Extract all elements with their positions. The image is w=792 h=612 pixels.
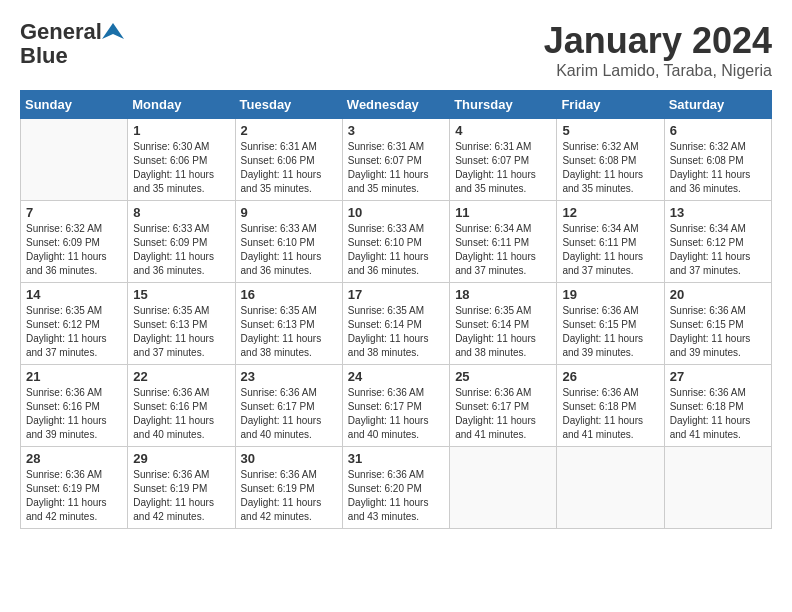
day-cell: 28Sunrise: 6:36 AM Sunset: 6:19 PM Dayli… xyxy=(21,447,128,529)
day-cell: 9Sunrise: 6:33 AM Sunset: 6:10 PM Daylig… xyxy=(235,201,342,283)
day-cell: 1Sunrise: 6:30 AM Sunset: 6:06 PM Daylig… xyxy=(128,119,235,201)
day-cell: 26Sunrise: 6:36 AM Sunset: 6:18 PM Dayli… xyxy=(557,365,664,447)
day-info: Sunrise: 6:36 AM Sunset: 6:17 PM Dayligh… xyxy=(241,386,337,442)
day-cell: 20Sunrise: 6:36 AM Sunset: 6:15 PM Dayli… xyxy=(664,283,771,365)
day-info: Sunrise: 6:36 AM Sunset: 6:18 PM Dayligh… xyxy=(670,386,766,442)
day-info: Sunrise: 6:30 AM Sunset: 6:06 PM Dayligh… xyxy=(133,140,229,196)
day-number: 23 xyxy=(241,369,337,384)
day-number: 13 xyxy=(670,205,766,220)
day-info: Sunrise: 6:36 AM Sunset: 6:19 PM Dayligh… xyxy=(26,468,122,524)
day-info: Sunrise: 6:36 AM Sunset: 6:19 PM Dayligh… xyxy=(241,468,337,524)
day-info: Sunrise: 6:32 AM Sunset: 6:09 PM Dayligh… xyxy=(26,222,122,278)
day-number: 28 xyxy=(26,451,122,466)
col-header-thursday: Thursday xyxy=(450,91,557,119)
day-number: 12 xyxy=(562,205,658,220)
day-cell: 18Sunrise: 6:35 AM Sunset: 6:14 PM Dayli… xyxy=(450,283,557,365)
day-number: 30 xyxy=(241,451,337,466)
day-cell: 13Sunrise: 6:34 AM Sunset: 6:12 PM Dayli… xyxy=(664,201,771,283)
day-cell xyxy=(664,447,771,529)
col-header-sunday: Sunday xyxy=(21,91,128,119)
day-number: 31 xyxy=(348,451,444,466)
day-number: 2 xyxy=(241,123,337,138)
day-number: 27 xyxy=(670,369,766,384)
day-cell xyxy=(450,447,557,529)
day-cell: 16Sunrise: 6:35 AM Sunset: 6:13 PM Dayli… xyxy=(235,283,342,365)
day-info: Sunrise: 6:36 AM Sunset: 6:16 PM Dayligh… xyxy=(133,386,229,442)
col-header-wednesday: Wednesday xyxy=(342,91,449,119)
day-cell: 25Sunrise: 6:36 AM Sunset: 6:17 PM Dayli… xyxy=(450,365,557,447)
day-number: 6 xyxy=(670,123,766,138)
day-number: 21 xyxy=(26,369,122,384)
day-cell xyxy=(557,447,664,529)
day-info: Sunrise: 6:31 AM Sunset: 6:07 PM Dayligh… xyxy=(348,140,444,196)
day-number: 19 xyxy=(562,287,658,302)
day-info: Sunrise: 6:33 AM Sunset: 6:10 PM Dayligh… xyxy=(348,222,444,278)
day-cell: 8Sunrise: 6:33 AM Sunset: 6:09 PM Daylig… xyxy=(128,201,235,283)
title-section: January 2024 Karim Lamido, Taraba, Niger… xyxy=(544,20,772,80)
calendar-header-row: SundayMondayTuesdayWednesdayThursdayFrid… xyxy=(21,91,772,119)
day-cell: 14Sunrise: 6:35 AM Sunset: 6:12 PM Dayli… xyxy=(21,283,128,365)
day-info: Sunrise: 6:35 AM Sunset: 6:13 PM Dayligh… xyxy=(241,304,337,360)
day-cell: 30Sunrise: 6:36 AM Sunset: 6:19 PM Dayli… xyxy=(235,447,342,529)
location-title: Karim Lamido, Taraba, Nigeria xyxy=(544,62,772,80)
calendar-body: 1Sunrise: 6:30 AM Sunset: 6:06 PM Daylig… xyxy=(21,119,772,529)
day-info: Sunrise: 6:32 AM Sunset: 6:08 PM Dayligh… xyxy=(670,140,766,196)
col-header-saturday: Saturday xyxy=(664,91,771,119)
week-row-5: 28Sunrise: 6:36 AM Sunset: 6:19 PM Dayli… xyxy=(21,447,772,529)
day-cell: 2Sunrise: 6:31 AM Sunset: 6:06 PM Daylig… xyxy=(235,119,342,201)
day-cell: 22Sunrise: 6:36 AM Sunset: 6:16 PM Dayli… xyxy=(128,365,235,447)
day-number: 24 xyxy=(348,369,444,384)
day-info: Sunrise: 6:32 AM Sunset: 6:08 PM Dayligh… xyxy=(562,140,658,196)
day-cell: 7Sunrise: 6:32 AM Sunset: 6:09 PM Daylig… xyxy=(21,201,128,283)
day-info: Sunrise: 6:35 AM Sunset: 6:14 PM Dayligh… xyxy=(455,304,551,360)
day-info: Sunrise: 6:31 AM Sunset: 6:07 PM Dayligh… xyxy=(455,140,551,196)
calendar-table: SundayMondayTuesdayWednesdayThursdayFrid… xyxy=(20,90,772,529)
day-number: 4 xyxy=(455,123,551,138)
day-number: 15 xyxy=(133,287,229,302)
day-info: Sunrise: 6:33 AM Sunset: 6:09 PM Dayligh… xyxy=(133,222,229,278)
day-number: 20 xyxy=(670,287,766,302)
day-cell: 29Sunrise: 6:36 AM Sunset: 6:19 PM Dayli… xyxy=(128,447,235,529)
day-info: Sunrise: 6:35 AM Sunset: 6:13 PM Dayligh… xyxy=(133,304,229,360)
svg-marker-0 xyxy=(102,23,124,39)
day-cell: 12Sunrise: 6:34 AM Sunset: 6:11 PM Dayli… xyxy=(557,201,664,283)
day-info: Sunrise: 6:31 AM Sunset: 6:06 PM Dayligh… xyxy=(241,140,337,196)
day-info: Sunrise: 6:36 AM Sunset: 6:17 PM Dayligh… xyxy=(348,386,444,442)
logo: General Blue xyxy=(20,20,124,68)
day-info: Sunrise: 6:36 AM Sunset: 6:18 PM Dayligh… xyxy=(562,386,658,442)
day-number: 16 xyxy=(241,287,337,302)
col-header-tuesday: Tuesday xyxy=(235,91,342,119)
day-info: Sunrise: 6:34 AM Sunset: 6:12 PM Dayligh… xyxy=(670,222,766,278)
day-info: Sunrise: 6:36 AM Sunset: 6:20 PM Dayligh… xyxy=(348,468,444,524)
logo-text-blue: Blue xyxy=(20,43,68,68)
week-row-1: 1Sunrise: 6:30 AM Sunset: 6:06 PM Daylig… xyxy=(21,119,772,201)
day-number: 10 xyxy=(348,205,444,220)
day-cell: 31Sunrise: 6:36 AM Sunset: 6:20 PM Dayli… xyxy=(342,447,449,529)
month-title: January 2024 xyxy=(544,20,772,62)
day-info: Sunrise: 6:36 AM Sunset: 6:19 PM Dayligh… xyxy=(133,468,229,524)
day-number: 3 xyxy=(348,123,444,138)
day-number: 18 xyxy=(455,287,551,302)
day-cell: 23Sunrise: 6:36 AM Sunset: 6:17 PM Dayli… xyxy=(235,365,342,447)
day-number: 29 xyxy=(133,451,229,466)
week-row-2: 7Sunrise: 6:32 AM Sunset: 6:09 PM Daylig… xyxy=(21,201,772,283)
day-info: Sunrise: 6:36 AM Sunset: 6:17 PM Dayligh… xyxy=(455,386,551,442)
day-info: Sunrise: 6:36 AM Sunset: 6:15 PM Dayligh… xyxy=(562,304,658,360)
day-cell: 6Sunrise: 6:32 AM Sunset: 6:08 PM Daylig… xyxy=(664,119,771,201)
day-number: 8 xyxy=(133,205,229,220)
day-cell: 27Sunrise: 6:36 AM Sunset: 6:18 PM Dayli… xyxy=(664,365,771,447)
day-info: Sunrise: 6:34 AM Sunset: 6:11 PM Dayligh… xyxy=(455,222,551,278)
day-number: 11 xyxy=(455,205,551,220)
day-info: Sunrise: 6:36 AM Sunset: 6:16 PM Dayligh… xyxy=(26,386,122,442)
day-cell: 15Sunrise: 6:35 AM Sunset: 6:13 PM Dayli… xyxy=(128,283,235,365)
day-cell: 3Sunrise: 6:31 AM Sunset: 6:07 PM Daylig… xyxy=(342,119,449,201)
day-cell: 24Sunrise: 6:36 AM Sunset: 6:17 PM Dayli… xyxy=(342,365,449,447)
day-number: 1 xyxy=(133,123,229,138)
col-header-monday: Monday xyxy=(128,91,235,119)
day-number: 17 xyxy=(348,287,444,302)
day-cell: 21Sunrise: 6:36 AM Sunset: 6:16 PM Dayli… xyxy=(21,365,128,447)
day-cell: 5Sunrise: 6:32 AM Sunset: 6:08 PM Daylig… xyxy=(557,119,664,201)
day-number: 26 xyxy=(562,369,658,384)
page-header: General Blue January 2024 Karim Lamido, … xyxy=(20,20,772,80)
col-header-friday: Friday xyxy=(557,91,664,119)
